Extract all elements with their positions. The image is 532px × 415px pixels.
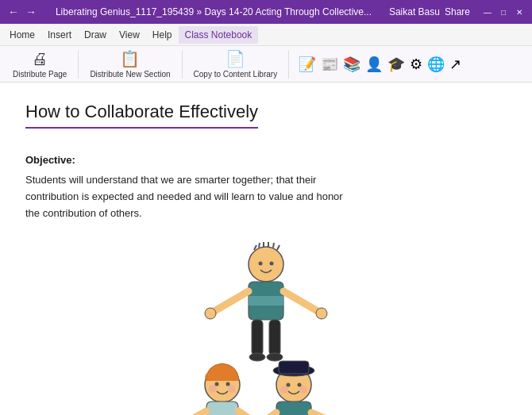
sections-icon[interactable]: 📚 — [343, 56, 360, 73]
menu-home[interactable]: Home — [3, 26, 41, 44]
svg-point-38 — [280, 386, 288, 394]
svg-line-6 — [277, 245, 279, 250]
collaboration-illustration: G — [163, 234, 369, 415]
distribute-section-label: Distribute New Section — [90, 70, 170, 79]
globe-icon[interactable]: 🌐 — [427, 56, 445, 73]
svg-rect-40 — [276, 402, 311, 415]
title-bar-left: ← → — [6, 6, 38, 18]
ribbon-sep-1 — [78, 50, 79, 79]
title-bar-right: Saikat Basu Share — □ ✕ — [389, 6, 526, 18]
hat-icon[interactable]: 🎓 — [387, 56, 405, 73]
ribbon-btn-distribute-section[interactable]: 📋 Distribute New Section — [83, 47, 176, 81]
copy-library-label: Copy to Content Library — [194, 70, 278, 79]
nav-buttons[interactable]: ← → — [6, 6, 38, 18]
distribute-page-icon: 🖨 — [32, 50, 48, 68]
content-area: How to Collaborate Effectively Objective… — [0, 83, 532, 415]
svg-rect-16 — [269, 320, 280, 355]
svg-point-7 — [259, 262, 263, 266]
ribbon-sep-3 — [288, 50, 289, 79]
svg-point-22 — [209, 385, 217, 393]
person-icon[interactable]: 👤 — [365, 56, 383, 73]
svg-point-36 — [287, 383, 291, 387]
illustration: G — [25, 234, 507, 415]
settings-icon[interactable]: ⚙ — [410, 56, 422, 73]
svg-line-12 — [283, 291, 322, 313]
svg-point-20 — [215, 382, 219, 386]
back-button[interactable]: ← — [6, 6, 21, 18]
objective-label: Objective: — [25, 154, 507, 166]
svg-point-14 — [316, 308, 327, 319]
svg-rect-15 — [252, 320, 263, 355]
more-icon[interactable]: ↗ — [449, 56, 461, 73]
svg-rect-24 — [206, 402, 238, 415]
right-child: G — [243, 361, 341, 415]
svg-point-13 — [205, 308, 216, 319]
pages-icon[interactable]: 📰 — [321, 56, 338, 73]
svg-line-25 — [183, 411, 206, 415]
menu-class-notebook[interactable]: Class Notebook — [179, 26, 259, 44]
review-icon[interactable]: 📝 — [299, 56, 316, 73]
distribute-section-icon: 📋 — [120, 49, 140, 68]
menu-view[interactable]: View — [113, 26, 146, 44]
svg-rect-35 — [279, 361, 309, 374]
ribbon-btn-distribute-page[interactable]: 🖨 Distribute Page — [6, 48, 73, 81]
copy-library-icon: 📄 — [226, 49, 245, 68]
page-title: How to Collaborate Effectively — [25, 102, 258, 129]
forward-button[interactable]: → — [24, 6, 38, 18]
svg-point-0 — [249, 247, 283, 282]
svg-line-11 — [210, 291, 249, 313]
menu-draw[interactable]: Draw — [78, 26, 113, 44]
ribbon: 🖨 Distribute Page 📋 Distribute New Secti… — [0, 46, 532, 83]
window-controls[interactable]: — □ ✕ — [481, 6, 526, 18]
close-button[interactable]: ✕ — [513, 6, 526, 18]
distribute-page-label: Distribute Page — [13, 70, 67, 79]
menu-help[interactable]: Help — [146, 26, 179, 44]
svg-point-37 — [298, 383, 302, 387]
ribbon-btn-copy-library[interactable]: 📄 Copy to Content Library — [187, 47, 284, 81]
center-child — [205, 242, 327, 361]
svg-line-2 — [259, 243, 260, 248]
svg-point-18 — [267, 353, 283, 361]
svg-line-26 — [238, 411, 270, 415]
menu-bar: Home Insert Draw View Help Class Noteboo… — [0, 24, 532, 46]
user-name: Saikat Basu — [389, 6, 440, 17]
svg-rect-10 — [249, 296, 283, 305]
title-bar: ← → Liberating Genius_1117_195439 » Days… — [0, 0, 532, 24]
maximize-button[interactable]: □ — [497, 6, 510, 18]
minimize-button[interactable]: — — [481, 6, 494, 18]
svg-point-17 — [249, 353, 265, 361]
svg-point-39 — [299, 386, 307, 394]
svg-point-8 — [270, 262, 274, 266]
svg-point-21 — [226, 382, 230, 386]
ribbon-sep-2 — [182, 50, 183, 79]
objective-text: Students will understand that we are sma… — [25, 172, 359, 221]
share-button[interactable]: Share — [445, 6, 470, 17]
svg-line-5 — [273, 243, 274, 248]
window-title: Liberating Genius_1117_195439 » Days 14-… — [38, 6, 389, 17]
svg-point-23 — [228, 385, 236, 393]
menu-insert[interactable]: Insert — [41, 26, 78, 44]
left-child — [177, 363, 276, 415]
